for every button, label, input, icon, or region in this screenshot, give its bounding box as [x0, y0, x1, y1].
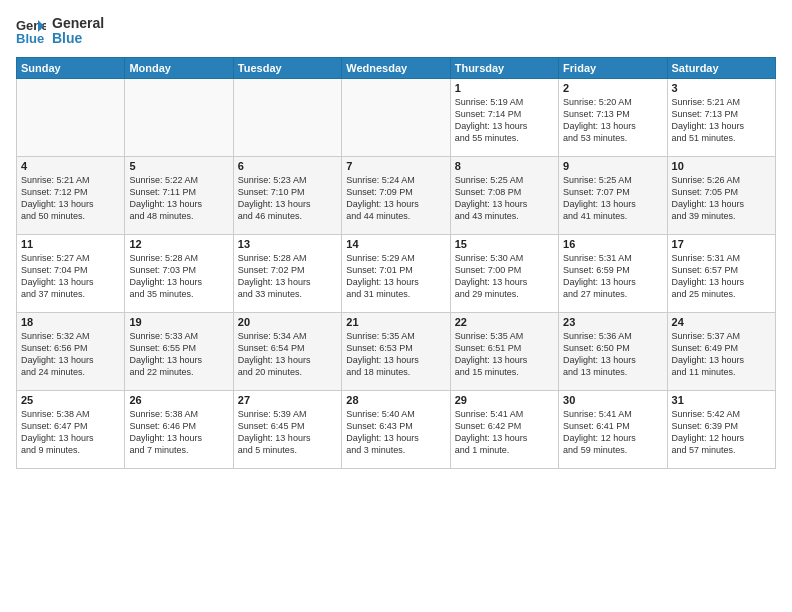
- calendar-week-row: 11Sunrise: 5:27 AMSunset: 7:04 PMDayligh…: [17, 234, 776, 312]
- calendar-cell: 23Sunrise: 5:36 AMSunset: 6:50 PMDayligh…: [559, 312, 667, 390]
- header: General Blue General Blue: [16, 16, 776, 47]
- day-number: 29: [455, 394, 554, 406]
- calendar-week-row: 25Sunrise: 5:38 AMSunset: 6:47 PMDayligh…: [17, 390, 776, 468]
- calendar-cell: 4Sunrise: 5:21 AMSunset: 7:12 PMDaylight…: [17, 156, 125, 234]
- logo-general: General: [52, 16, 104, 31]
- day-number: 3: [672, 82, 771, 94]
- header-day-thursday: Thursday: [450, 57, 558, 78]
- day-number: 8: [455, 160, 554, 172]
- day-number: 1: [455, 82, 554, 94]
- calendar-cell: 14Sunrise: 5:29 AMSunset: 7:01 PMDayligh…: [342, 234, 450, 312]
- logo-blue: Blue: [52, 31, 104, 46]
- calendar-cell: 6Sunrise: 5:23 AMSunset: 7:10 PMDaylight…: [233, 156, 341, 234]
- day-info: Sunrise: 5:32 AMSunset: 6:56 PMDaylight:…: [21, 330, 120, 379]
- day-number: 26: [129, 394, 228, 406]
- calendar-page: General Blue General Blue SundayMondayTu…: [0, 0, 792, 612]
- day-number: 5: [129, 160, 228, 172]
- day-info: Sunrise: 5:38 AMSunset: 6:46 PMDaylight:…: [129, 408, 228, 457]
- calendar-cell: 1Sunrise: 5:19 AMSunset: 7:14 PMDaylight…: [450, 78, 558, 156]
- calendar-cell: 10Sunrise: 5:26 AMSunset: 7:05 PMDayligh…: [667, 156, 775, 234]
- calendar-cell: 27Sunrise: 5:39 AMSunset: 6:45 PMDayligh…: [233, 390, 341, 468]
- day-number: 9: [563, 160, 662, 172]
- day-number: 18: [21, 316, 120, 328]
- day-info: Sunrise: 5:39 AMSunset: 6:45 PMDaylight:…: [238, 408, 337, 457]
- day-number: 25: [21, 394, 120, 406]
- calendar-week-row: 4Sunrise: 5:21 AMSunset: 7:12 PMDaylight…: [17, 156, 776, 234]
- day-info: Sunrise: 5:42 AMSunset: 6:39 PMDaylight:…: [672, 408, 771, 457]
- day-number: 2: [563, 82, 662, 94]
- day-info: Sunrise: 5:21 AMSunset: 7:12 PMDaylight:…: [21, 174, 120, 223]
- header-day-friday: Friday: [559, 57, 667, 78]
- day-number: 20: [238, 316, 337, 328]
- day-info: Sunrise: 5:36 AMSunset: 6:50 PMDaylight:…: [563, 330, 662, 379]
- day-info: Sunrise: 5:38 AMSunset: 6:47 PMDaylight:…: [21, 408, 120, 457]
- header-day-saturday: Saturday: [667, 57, 775, 78]
- day-info: Sunrise: 5:41 AMSunset: 6:41 PMDaylight:…: [563, 408, 662, 457]
- day-number: 28: [346, 394, 445, 406]
- header-day-sunday: Sunday: [17, 57, 125, 78]
- day-info: Sunrise: 5:28 AMSunset: 7:02 PMDaylight:…: [238, 252, 337, 301]
- calendar-cell: 15Sunrise: 5:30 AMSunset: 7:00 PMDayligh…: [450, 234, 558, 312]
- day-number: 14: [346, 238, 445, 250]
- logo: General Blue General Blue: [16, 16, 104, 47]
- calendar-cell: 2Sunrise: 5:20 AMSunset: 7:13 PMDaylight…: [559, 78, 667, 156]
- day-number: 17: [672, 238, 771, 250]
- day-info: Sunrise: 5:26 AMSunset: 7:05 PMDaylight:…: [672, 174, 771, 223]
- calendar-cell: 8Sunrise: 5:25 AMSunset: 7:08 PMDaylight…: [450, 156, 558, 234]
- calendar-cell: 20Sunrise: 5:34 AMSunset: 6:54 PMDayligh…: [233, 312, 341, 390]
- day-info: Sunrise: 5:30 AMSunset: 7:00 PMDaylight:…: [455, 252, 554, 301]
- day-number: 19: [129, 316, 228, 328]
- day-info: Sunrise: 5:27 AMSunset: 7:04 PMDaylight:…: [21, 252, 120, 301]
- day-number: 30: [563, 394, 662, 406]
- day-number: 31: [672, 394, 771, 406]
- calendar-cell: 25Sunrise: 5:38 AMSunset: 6:47 PMDayligh…: [17, 390, 125, 468]
- day-info: Sunrise: 5:29 AMSunset: 7:01 PMDaylight:…: [346, 252, 445, 301]
- calendar-cell: 9Sunrise: 5:25 AMSunset: 7:07 PMDaylight…: [559, 156, 667, 234]
- day-info: Sunrise: 5:34 AMSunset: 6:54 PMDaylight:…: [238, 330, 337, 379]
- day-info: Sunrise: 5:22 AMSunset: 7:11 PMDaylight:…: [129, 174, 228, 223]
- day-info: Sunrise: 5:24 AMSunset: 7:09 PMDaylight:…: [346, 174, 445, 223]
- calendar-cell: [233, 78, 341, 156]
- calendar-cell: 5Sunrise: 5:22 AMSunset: 7:11 PMDaylight…: [125, 156, 233, 234]
- day-number: 21: [346, 316, 445, 328]
- calendar-cell: 19Sunrise: 5:33 AMSunset: 6:55 PMDayligh…: [125, 312, 233, 390]
- day-number: 11: [21, 238, 120, 250]
- calendar-cell: 31Sunrise: 5:42 AMSunset: 6:39 PMDayligh…: [667, 390, 775, 468]
- calendar-cell: 22Sunrise: 5:35 AMSunset: 6:51 PMDayligh…: [450, 312, 558, 390]
- day-info: Sunrise: 5:28 AMSunset: 7:03 PMDaylight:…: [129, 252, 228, 301]
- day-number: 10: [672, 160, 771, 172]
- calendar-cell: 24Sunrise: 5:37 AMSunset: 6:49 PMDayligh…: [667, 312, 775, 390]
- calendar-cell: 26Sunrise: 5:38 AMSunset: 6:46 PMDayligh…: [125, 390, 233, 468]
- day-info: Sunrise: 5:21 AMSunset: 7:13 PMDaylight:…: [672, 96, 771, 145]
- calendar-week-row: 1Sunrise: 5:19 AMSunset: 7:14 PMDaylight…: [17, 78, 776, 156]
- calendar-cell: 16Sunrise: 5:31 AMSunset: 6:59 PMDayligh…: [559, 234, 667, 312]
- logo-icon: General Blue: [16, 16, 46, 46]
- calendar-cell: 30Sunrise: 5:41 AMSunset: 6:41 PMDayligh…: [559, 390, 667, 468]
- calendar-cell: 3Sunrise: 5:21 AMSunset: 7:13 PMDaylight…: [667, 78, 775, 156]
- day-number: 24: [672, 316, 771, 328]
- header-day-monday: Monday: [125, 57, 233, 78]
- day-info: Sunrise: 5:25 AMSunset: 7:08 PMDaylight:…: [455, 174, 554, 223]
- calendar-cell: 29Sunrise: 5:41 AMSunset: 6:42 PMDayligh…: [450, 390, 558, 468]
- day-number: 23: [563, 316, 662, 328]
- day-number: 6: [238, 160, 337, 172]
- day-info: Sunrise: 5:33 AMSunset: 6:55 PMDaylight:…: [129, 330, 228, 379]
- day-info: Sunrise: 5:19 AMSunset: 7:14 PMDaylight:…: [455, 96, 554, 145]
- calendar-body: 1Sunrise: 5:19 AMSunset: 7:14 PMDaylight…: [17, 78, 776, 468]
- calendar-cell: 28Sunrise: 5:40 AMSunset: 6:43 PMDayligh…: [342, 390, 450, 468]
- header-day-tuesday: Tuesday: [233, 57, 341, 78]
- day-number: 12: [129, 238, 228, 250]
- calendar-cell: 11Sunrise: 5:27 AMSunset: 7:04 PMDayligh…: [17, 234, 125, 312]
- day-info: Sunrise: 5:35 AMSunset: 6:51 PMDaylight:…: [455, 330, 554, 379]
- calendar-header-row: SundayMondayTuesdayWednesdayThursdayFrid…: [17, 57, 776, 78]
- day-info: Sunrise: 5:31 AMSunset: 6:59 PMDaylight:…: [563, 252, 662, 301]
- calendar-cell: 12Sunrise: 5:28 AMSunset: 7:03 PMDayligh…: [125, 234, 233, 312]
- day-number: 15: [455, 238, 554, 250]
- day-info: Sunrise: 5:31 AMSunset: 6:57 PMDaylight:…: [672, 252, 771, 301]
- calendar-cell: 17Sunrise: 5:31 AMSunset: 6:57 PMDayligh…: [667, 234, 775, 312]
- calendar-cell: 18Sunrise: 5:32 AMSunset: 6:56 PMDayligh…: [17, 312, 125, 390]
- day-info: Sunrise: 5:23 AMSunset: 7:10 PMDaylight:…: [238, 174, 337, 223]
- day-info: Sunrise: 5:25 AMSunset: 7:07 PMDaylight:…: [563, 174, 662, 223]
- day-info: Sunrise: 5:35 AMSunset: 6:53 PMDaylight:…: [346, 330, 445, 379]
- day-number: 7: [346, 160, 445, 172]
